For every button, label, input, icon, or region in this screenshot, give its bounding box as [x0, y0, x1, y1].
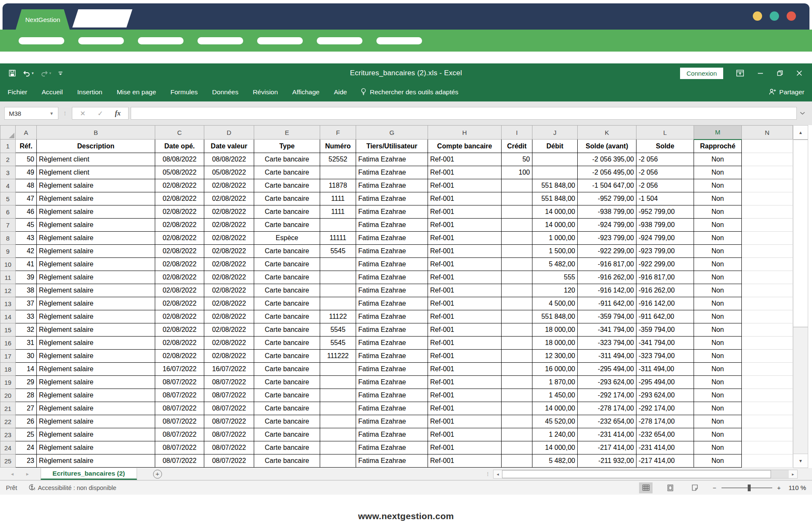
- empty-cell[interactable]: [742, 402, 793, 415]
- cell[interactable]: 02/08/2022: [155, 179, 204, 192]
- cell[interactable]: Ref-001: [428, 454, 502, 468]
- undo-dropdown-icon[interactable]: ▾: [32, 71, 34, 75]
- cell[interactable]: 37: [16, 297, 37, 310]
- cell[interactable]: Carte bancaire: [254, 245, 320, 258]
- cell[interactable]: Ref-001: [428, 323, 502, 337]
- cell[interactable]: Règlement salaire: [37, 376, 155, 389]
- cell[interactable]: Non: [694, 454, 742, 468]
- cell[interactable]: 02/08/2022: [155, 192, 204, 205]
- row-header[interactable]: 21: [0, 402, 16, 415]
- nav-pill[interactable]: [138, 37, 184, 44]
- cell[interactable]: Non: [694, 323, 742, 337]
- empty-cell[interactable]: [742, 363, 793, 376]
- cell[interactable]: Règlement salaire: [37, 389, 155, 402]
- cell[interactable]: 08/07/2022: [204, 441, 254, 454]
- cell[interactable]: -292 174,00: [578, 389, 636, 402]
- cell[interactable]: -916 262,00: [578, 271, 636, 284]
- empty-cell[interactable]: [742, 192, 793, 205]
- cell[interactable]: Règlement salaire: [37, 271, 155, 284]
- cell[interactable]: [502, 310, 532, 323]
- cell[interactable]: Espèce: [254, 232, 320, 245]
- cell[interactable]: Carte bancaire: [254, 337, 320, 350]
- cell[interactable]: Carte bancaire: [254, 363, 320, 376]
- cell[interactable]: 14 000,00: [532, 402, 578, 415]
- horizontal-scroll-thumb[interactable]: [502, 470, 771, 478]
- name-box-dropdown-icon[interactable]: ▼: [49, 111, 54, 116]
- cell[interactable]: 02/08/2022: [204, 192, 254, 205]
- cell[interactable]: [502, 179, 532, 192]
- cell[interactable]: -924 799,00: [636, 232, 694, 245]
- cell[interactable]: Fatima Ezahrae: [356, 297, 428, 310]
- empty-cell[interactable]: [742, 271, 793, 284]
- empty-cell[interactable]: [742, 389, 793, 402]
- accessibility-status[interactable]: ? Accessibilité : non disponible: [28, 484, 116, 492]
- cell[interactable]: Ref-001: [428, 402, 502, 415]
- cell[interactable]: 08/08/2022: [155, 153, 204, 166]
- cell[interactable]: [320, 297, 356, 310]
- scroll-left-icon[interactable]: ◂: [494, 470, 502, 478]
- empty-cell[interactable]: [742, 284, 793, 297]
- column-header-a[interactable]: A: [16, 126, 37, 140]
- cell[interactable]: Règlement salaire: [37, 245, 155, 258]
- row-header[interactable]: 10: [0, 258, 16, 271]
- cell[interactable]: 26: [16, 415, 37, 428]
- cell[interactable]: Carte bancaire: [254, 179, 320, 192]
- tab-affichage[interactable]: Affichage: [285, 83, 326, 101]
- empty-cell[interactable]: [742, 140, 793, 153]
- cell[interactable]: Carte bancaire: [254, 271, 320, 284]
- cell[interactable]: 12 300,00: [532, 350, 578, 363]
- cell[interactable]: Fatima Ezahrae: [356, 337, 428, 350]
- cell[interactable]: Ref-001: [428, 179, 502, 192]
- cell[interactable]: Fatima Ezahrae: [356, 271, 428, 284]
- cell[interactable]: 5545: [320, 323, 356, 337]
- cell[interactable]: Non: [694, 258, 742, 271]
- cell[interactable]: Carte bancaire: [254, 153, 320, 166]
- cell[interactable]: 14 000,00: [532, 441, 578, 454]
- cell[interactable]: Règlement salaire: [37, 258, 155, 271]
- close-button[interactable]: [796, 70, 803, 77]
- cell[interactable]: 31: [16, 337, 37, 350]
- cell[interactable]: -1 504 647,00: [578, 179, 636, 192]
- scroll-right-icon[interactable]: ▸: [789, 470, 797, 478]
- cell[interactable]: -2 056: [636, 153, 694, 166]
- cell[interactable]: Fatima Ezahrae: [356, 232, 428, 245]
- cell[interactable]: Non: [694, 363, 742, 376]
- cell[interactable]: Règlement salaire: [37, 454, 155, 468]
- cell[interactable]: -278 174,00: [636, 415, 694, 428]
- cell[interactable]: -211 932,00: [578, 454, 636, 468]
- cell[interactable]: 08/07/2022: [155, 415, 204, 428]
- secondary-tab[interactable]: [72, 9, 132, 27]
- minimize-button[interactable]: [757, 70, 764, 77]
- cell[interactable]: 23: [16, 454, 37, 468]
- zoom-slider[interactable]: [721, 487, 772, 488]
- empty-cell[interactable]: [742, 441, 793, 454]
- cell[interactable]: 02/08/2022: [204, 245, 254, 258]
- cell[interactable]: Non: [694, 166, 742, 179]
- cell[interactable]: 49: [16, 166, 37, 179]
- cell[interactable]: 02/08/2022: [155, 232, 204, 245]
- row-header[interactable]: 1: [0, 140, 16, 153]
- cell[interactable]: Carte bancaire: [254, 297, 320, 310]
- page-layout-view-button[interactable]: [664, 482, 677, 493]
- cell[interactable]: -311 494,00: [636, 363, 694, 376]
- cell[interactable]: Non: [694, 284, 742, 297]
- row-header[interactable]: 11: [0, 271, 16, 284]
- cell[interactable]: -231 414,00: [578, 428, 636, 441]
- cell[interactable]: Règlement salaire: [37, 192, 155, 205]
- cell[interactable]: -295 494,00: [578, 363, 636, 376]
- cell[interactable]: Ref-001: [428, 297, 502, 310]
- row-header[interactable]: 2: [0, 153, 16, 166]
- cell[interactable]: [320, 271, 356, 284]
- cell[interactable]: Non: [694, 337, 742, 350]
- cell[interactable]: 02/08/2022: [155, 350, 204, 363]
- cell[interactable]: Ref-001: [428, 376, 502, 389]
- cell[interactable]: 02/08/2022: [204, 205, 254, 219]
- cell[interactable]: 02/08/2022: [155, 219, 204, 232]
- cancel-entry-icon[interactable]: ✕: [80, 109, 85, 118]
- empty-cell[interactable]: [742, 166, 793, 179]
- cell[interactable]: 02/08/2022: [155, 271, 204, 284]
- cell[interactable]: Fatima Ezahrae: [356, 205, 428, 219]
- cell[interactable]: Carte bancaire: [254, 415, 320, 428]
- cell[interactable]: -911 642,00: [636, 310, 694, 323]
- cell[interactable]: -952 799,00: [578, 192, 636, 205]
